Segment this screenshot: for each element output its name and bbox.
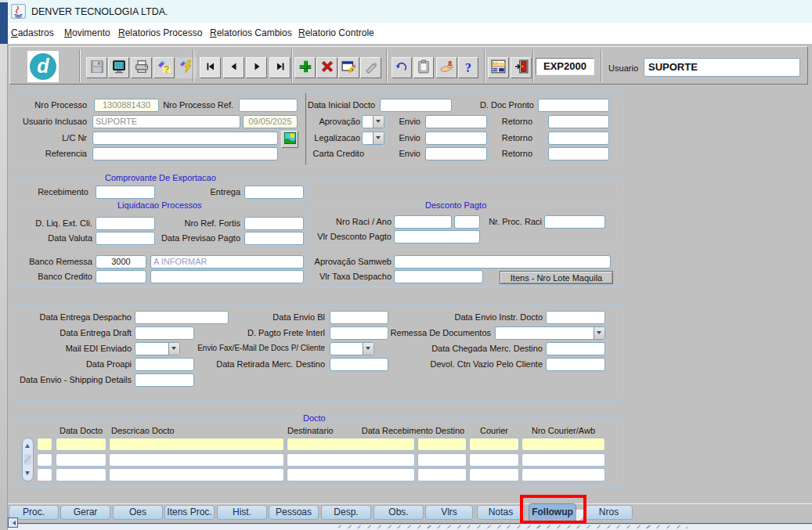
legalizacao-combo[interactable] xyxy=(362,132,384,145)
nro-ref-fortis-field[interactable] xyxy=(244,217,304,230)
exit-button[interactable] xyxy=(511,57,532,78)
data-chegada-field[interactable] xyxy=(546,342,605,355)
vlr-taxa-despacho-field[interactable] xyxy=(394,270,483,283)
data-retirada-field[interactable] xyxy=(330,358,388,371)
itens-nro-lote-maquila-button[interactable]: Itens - Nro Lote Maquila xyxy=(500,271,613,284)
menu-relatorios-processo[interactable]: Relatorios Processo xyxy=(118,25,202,41)
help-button[interactable]: ? xyxy=(458,57,478,78)
last-record-button[interactable] xyxy=(269,57,291,78)
scroll-thumb[interactable] xyxy=(24,454,31,465)
docto-row1-data-docto[interactable] xyxy=(56,438,106,451)
docto-row2-data-docto[interactable] xyxy=(56,453,106,467)
data-inicial-docto-field[interactable] xyxy=(380,99,452,112)
data-envio-bl-field[interactable] xyxy=(330,311,388,324)
data-proapi-field[interactable] xyxy=(135,358,194,371)
tab-desp[interactable]: Desp. xyxy=(321,505,371,520)
docto-row2-courier[interactable] xyxy=(469,453,519,467)
docto-row2-destinatario[interactable] xyxy=(287,453,415,467)
tab-pessoas[interactable]: Pessoas xyxy=(269,505,319,520)
mail-edi-enviado-combo[interactable] xyxy=(135,342,180,355)
execute-query-button[interactable]: 8 xyxy=(436,57,457,78)
docto-row1-nro-courier[interactable] xyxy=(521,438,605,451)
bottom-scroll-left-button[interactable] xyxy=(8,517,18,528)
entrega-field[interactable] xyxy=(244,186,304,199)
scroll-down-icon[interactable] xyxy=(25,471,30,478)
carta-retorno-field[interactable] xyxy=(548,147,609,160)
tab-nros[interactable]: Nros xyxy=(585,505,633,520)
docto-row3-data-recebimento[interactable] xyxy=(417,468,467,481)
devol-ctn-field[interactable] xyxy=(546,358,605,371)
screen-button[interactable] xyxy=(108,57,129,78)
nr-proc-raci-field[interactable] xyxy=(544,215,605,229)
menu-movimento[interactable]: Movimento xyxy=(64,25,110,41)
chevron-down-icon[interactable] xyxy=(594,327,604,339)
nro-processo-field[interactable]: 1300881430 xyxy=(94,99,159,112)
chevron-down-icon[interactable] xyxy=(363,343,374,355)
referencia-field[interactable] xyxy=(92,147,278,160)
data-previsao-pagto-field[interactable] xyxy=(244,232,304,245)
chevron-down-icon[interactable] xyxy=(373,116,384,128)
banco-remessa-field[interactable]: 3000 xyxy=(96,255,146,269)
banco-remessa-nome-field[interactable]: A INFORMAR xyxy=(150,255,304,269)
tab-gerar[interactable]: Gerar xyxy=(60,505,110,520)
undo-button[interactable] xyxy=(392,57,412,78)
banco-credito-nome-field[interactable] xyxy=(150,270,304,283)
aprovacao-retorno-field[interactable] xyxy=(548,115,609,128)
first-record-button[interactable] xyxy=(200,57,221,78)
docto-row3-nro-courier[interactable] xyxy=(521,468,605,481)
scroll-up-icon[interactable] xyxy=(25,442,30,448)
docto-row3-destinatario[interactable] xyxy=(287,468,415,481)
raci-ano-field[interactable] xyxy=(454,215,480,229)
docto-row2-selector[interactable] xyxy=(37,453,52,467)
data-envio-shipping-field[interactable] xyxy=(135,373,194,387)
chevron-down-icon[interactable] xyxy=(168,343,179,355)
next-record-button[interactable] xyxy=(246,57,267,78)
data-valuta-field[interactable] xyxy=(96,232,155,245)
docto-row2-data-recebimento[interactable] xyxy=(417,453,467,467)
help-tools-button[interactable]: ? xyxy=(153,57,175,78)
carta-envio-field[interactable] xyxy=(425,147,487,160)
chevron-down-icon[interactable] xyxy=(373,132,384,144)
legalizacao-retorno-field[interactable] xyxy=(548,132,609,145)
menu-relatorios-cambios[interactable]: Relatorios Cambios xyxy=(210,25,292,41)
docto-row1-destinatario[interactable] xyxy=(287,438,415,451)
menu-cadastros[interactable]: Cadastros xyxy=(11,25,54,41)
docto-row1-selector[interactable] xyxy=(37,438,52,451)
usuario-inclusao-field[interactable]: SUPORTE xyxy=(92,115,240,128)
cancel-query-button[interactable] xyxy=(360,57,381,78)
d-doc-pronto-field[interactable] xyxy=(538,99,609,112)
docto-row2-nro-courier[interactable] xyxy=(521,453,605,467)
docto-row2-descricao[interactable] xyxy=(109,453,284,467)
clipboard-button[interactable] xyxy=(413,57,434,78)
docto-row3-selector[interactable] xyxy=(37,468,52,481)
lc-nr-field[interactable] xyxy=(92,132,278,145)
usuario-field[interactable]: SUPORTE xyxy=(644,58,800,77)
aprovacao-combo[interactable] xyxy=(362,115,384,128)
tab-itens-proc[interactable]: Itens Proc. xyxy=(164,505,215,520)
tab-oes[interactable]: Oes xyxy=(113,505,163,520)
aprovacao-envio-field[interactable] xyxy=(425,115,487,128)
docto-row3-courier[interactable] xyxy=(469,468,519,481)
recebimento-field[interactable] xyxy=(96,186,155,199)
nro-processo-ref-field[interactable] xyxy=(239,99,298,112)
aprovacao-samweb-field[interactable] xyxy=(394,255,611,269)
data-inclusao-field[interactable]: 09/05/2025 xyxy=(243,115,298,128)
d-liq-ext-cli-field[interactable] xyxy=(96,217,155,230)
enter-query-button[interactable] xyxy=(338,57,359,78)
remessa-documentos-combo[interactable] xyxy=(495,326,605,340)
data-entrega-draft-field[interactable] xyxy=(135,326,194,340)
print-button[interactable] xyxy=(131,57,152,78)
menu-relatorio-controle[interactable]: Relatorio Controle xyxy=(298,25,374,41)
tab-hist[interactable]: Hist. xyxy=(217,505,267,520)
docto-row3-data-docto[interactable] xyxy=(56,468,106,481)
legalizacao-envio-field[interactable] xyxy=(425,132,487,145)
docto-row1-data-recebimento[interactable] xyxy=(417,438,467,451)
save-button[interactable] xyxy=(86,57,107,78)
data-envio-instr-field[interactable] xyxy=(546,311,605,324)
prev-record-button[interactable] xyxy=(223,57,244,78)
add-record-button[interactable] xyxy=(294,57,316,78)
nro-raci-field[interactable] xyxy=(394,215,452,229)
tab-notas[interactable]: Notas xyxy=(477,505,525,520)
envio-fax-combo[interactable] xyxy=(330,342,374,355)
banco-credito-field[interactable] xyxy=(96,270,146,283)
